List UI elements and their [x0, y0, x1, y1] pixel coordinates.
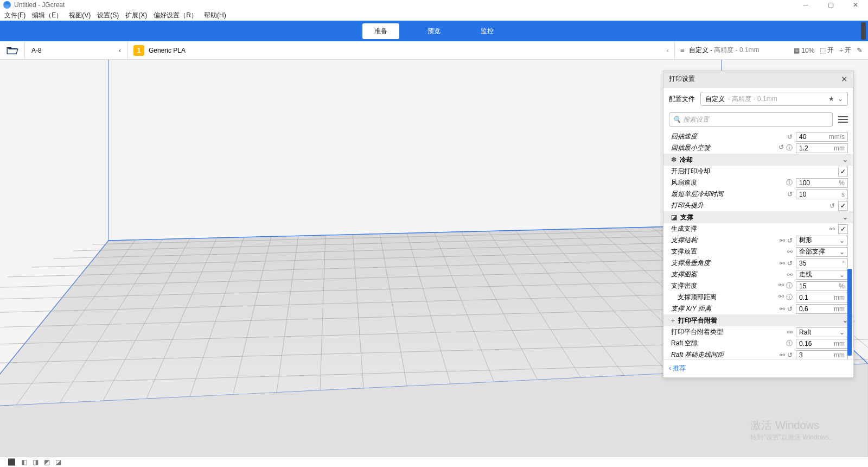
setting-enable-cooling-checkbox[interactable]: ✓: [838, 167, 848, 176]
windows-activation-watermark: 激活 Windows 转到"设置"以激活 Windows。: [750, 418, 835, 442]
reset-icon[interactable]: ↺: [787, 260, 793, 267]
setting-sup-angle-input[interactable]: 35°: [796, 258, 848, 268]
link-icon[interactable]: ⚯: [778, 281, 784, 291]
star-icon: ★: [828, 95, 834, 103]
profile-summary[interactable]: ≡ 自定义 - 高精度 - 0.1mm ▦10% ⬚开 ÷开 ✎: [675, 41, 868, 59]
setting-sup-top-dist-input[interactable]: 0.1mm: [796, 293, 848, 302]
reset-icon[interactable]: ↺: [787, 237, 793, 244]
link-icon[interactable]: ⚯: [787, 329, 793, 336]
stage-scroll-track[interactable]: [861, 22, 866, 40]
adhesion-indicator[interactable]: ÷开: [839, 46, 851, 55]
link-icon[interactable]: ⚯: [787, 271, 793, 279]
pencil-icon[interactable]: ✎: [857, 46, 863, 54]
category-adhesion[interactable]: ÷ 打印平台附着 ⌄: [663, 314, 853, 326]
info-icon[interactable]: ⓘ: [786, 293, 793, 302]
chevron-down-icon: ⌄: [839, 329, 845, 336]
link-icon[interactable]: ⚯: [778, 293, 784, 302]
minimize-button[interactable]: ─: [793, 0, 818, 10]
menu-extensions[interactable]: 扩展(X): [123, 11, 149, 20]
view-top-icon[interactable]: ◨: [33, 458, 39, 466]
setting-sup-pattern-select[interactable]: 走线⌄: [796, 270, 848, 280]
extruder-badge-icon: 1: [133, 45, 144, 56]
reset-icon[interactable]: ↺: [778, 143, 784, 153]
setting-sup-place-select[interactable]: 全部支撑⌄: [796, 247, 848, 257]
setting-retract-speed-input[interactable]: 40mm/s: [796, 132, 848, 142]
category-support[interactable]: ◪ 支撑 ⌄: [663, 211, 853, 223]
menu-edit[interactable]: 编辑（E）: [30, 11, 65, 20]
folder-open-icon: [7, 46, 18, 55]
menu-view[interactable]: 视图(V): [67, 11, 93, 20]
setting-min-layer-time-label: 最短单层冷却时间: [671, 190, 747, 199]
support-icon: ◪: [671, 213, 677, 221]
panel-header: 打印设置 ✕: [663, 71, 853, 87]
view-right-icon[interactable]: ◪: [55, 458, 61, 466]
recommended-button[interactable]: ‹ 推荐: [669, 364, 686, 372]
maximize-button[interactable]: ▢: [818, 0, 843, 10]
reset-icon[interactable]: ↺: [787, 305, 793, 313]
setting-sup-top-dist-label: 支撑顶部距离: [671, 293, 747, 302]
setting-gen-support-checkbox[interactable]: ✓: [838, 224, 848, 234]
statusbar: ⬛ ◧ ◨ ◩ ◪: [0, 457, 69, 467]
info-icon[interactable]: ⓘ: [786, 178, 793, 187]
stage-preview[interactable]: 预览: [416, 23, 452, 39]
setting-sup-place-label: 支撑放置: [671, 247, 747, 256]
info-icon[interactable]: ⓘ: [786, 281, 793, 291]
panel-footer: ‹ 推荐: [663, 359, 853, 377]
material-selector[interactable]: 1 Generic PLA ‹: [128, 41, 675, 59]
setting-sup-struct-select[interactable]: 树形⌄: [796, 236, 848, 245]
support-indicator[interactable]: ⬚开: [820, 46, 834, 55]
setting-head-lift-checkbox[interactable]: ✓: [838, 201, 848, 211]
profile-dd-value: 自定义: [705, 94, 725, 104]
setting-raft-base-input[interactable]: 3mm: [796, 350, 848, 359]
menu-preferences[interactable]: 偏好设置（R）: [151, 11, 200, 20]
stage-prepare[interactable]: 准备: [362, 23, 399, 39]
close-button[interactable]: ✕: [843, 0, 868, 10]
info-icon[interactable]: ⓘ: [786, 143, 793, 153]
reset-icon[interactable]: ↺: [787, 351, 793, 359]
chevron-down-icon: ⌄: [843, 156, 848, 163]
close-panel-button[interactable]: ✕: [841, 74, 848, 84]
setting-fan-speed-input[interactable]: 100%: [796, 178, 848, 188]
settings-menu-button[interactable]: [838, 116, 848, 123]
reset-icon[interactable]: ↺: [829, 202, 835, 210]
reset-icon[interactable]: ↺: [787, 191, 793, 198]
printer-selector[interactable]: A-8 ‹: [25, 41, 128, 59]
setting-sup-xy-input[interactable]: 0.6mm: [796, 304, 848, 314]
menu-settings[interactable]: 设置(S): [95, 11, 121, 20]
profile-label: 配置文件: [669, 94, 695, 104]
infill-indicator[interactable]: ▦10%: [794, 47, 814, 54]
menu-file[interactable]: 文件(F): [2, 11, 28, 20]
setting-adh-type-select[interactable]: Raft⌄: [796, 327, 848, 337]
link-icon[interactable]: ⚯: [780, 305, 785, 313]
window-title: Untitled - JGcreat: [14, 1, 65, 9]
link-icon[interactable]: ⚯: [780, 351, 785, 359]
view-left-icon[interactable]: ◩: [44, 458, 50, 466]
menu-help[interactable]: 帮助(H): [202, 11, 228, 20]
setting-sup-angle-label: 支撑悬垂角度: [671, 258, 747, 268]
setting-sup-struct-label: 支撑结构: [671, 236, 747, 245]
setting-raft-gap-input[interactable]: 0.16mm: [796, 339, 848, 349]
lines-icon: ≡: [680, 46, 685, 54]
chevron-down-icon: ⌄: [839, 237, 845, 244]
profile-quick-icons: ▦10% ⬚开 ÷开 ✎: [794, 46, 863, 55]
reset-icon[interactable]: ↺: [787, 133, 793, 141]
titlebar: Untitled - JGcreat: [0, 0, 868, 10]
search-settings-input[interactable]: 🔍 搜索设置: [669, 112, 833, 127]
view-3d-icon[interactable]: ⬛: [8, 458, 16, 466]
settings-scrollbar[interactable]: [847, 269, 852, 356]
link-icon[interactable]: ⚯: [780, 237, 785, 244]
link-icon[interactable]: ⚯: [787, 248, 793, 256]
link-icon[interactable]: ⚯: [780, 260, 785, 267]
setting-sup-density-input[interactable]: 15%: [796, 281, 848, 291]
setting-retract-min-input[interactable]: 1.2mm: [796, 143, 848, 153]
info-icon[interactable]: ⓘ: [786, 339, 793, 348]
view-front-icon[interactable]: ◧: [21, 458, 27, 466]
setting-raft-base-label: Raft 基础走线间距: [671, 350, 747, 359]
setting-min-layer-time-input[interactable]: 10s: [796, 190, 848, 199]
snowflake-icon: ❄: [671, 156, 676, 163]
stage-monitor[interactable]: 监控: [469, 23, 506, 39]
link-icon[interactable]: ⚯: [829, 225, 835, 233]
profile-dropdown[interactable]: 自定义 - 高精度 - 0.1mm ★⌄: [700, 92, 848, 106]
category-cooling[interactable]: ❄ 冷却 ⌄: [663, 154, 853, 166]
open-file-button[interactable]: [0, 41, 25, 59]
